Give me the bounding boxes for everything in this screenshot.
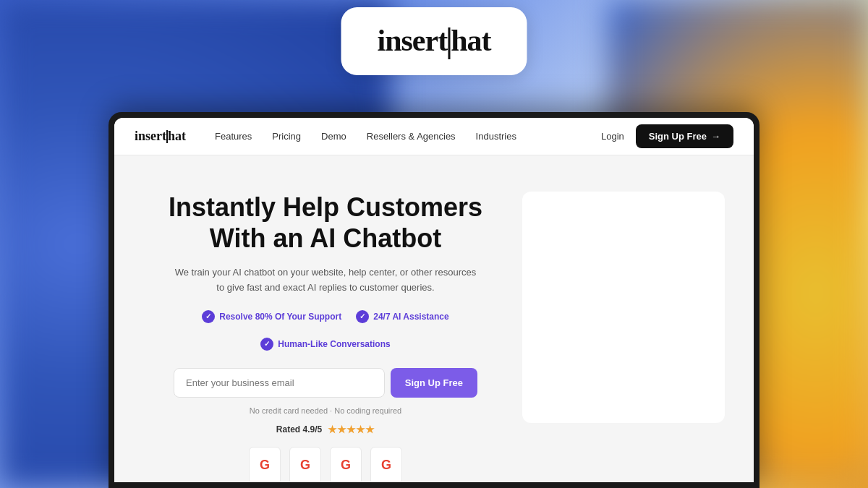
hero-chat-preview [522, 192, 725, 423]
hero-g2-logos: G G G G [143, 447, 508, 482]
logo-after: hat [451, 24, 490, 57]
nav-login-link[interactable]: Login [601, 131, 624, 142]
hero-title-line2: With an AI Chatbot [210, 223, 441, 253]
badge-text-2: 24/7 AI Assistance [373, 312, 449, 322]
rating-text: Rated 4.9/5 [276, 424, 322, 435]
hero-fine-print: No credit card needed · No coding requir… [143, 406, 508, 415]
g2-badge-2: G [289, 447, 321, 482]
badge-check-icon-3: ✓ [260, 338, 273, 351]
nav-logo-before: insert [135, 129, 166, 144]
badge-check-icon-1: ✓ [202, 310, 215, 323]
hero-badges: ✓ Resolve 80% Of Your Support ✓ 24/7 AI … [143, 310, 508, 351]
navbar: inserthat Features Pricing Demo Reseller… [114, 118, 754, 155]
nav-link-pricing[interactable]: Pricing [272, 131, 301, 142]
hero-title-line1: Instantly Help Customers [169, 192, 482, 222]
nav-logo-after: hat [168, 129, 186, 144]
email-input[interactable] [174, 368, 385, 398]
nav-links: Features Pricing Demo Resellers & Agenci… [215, 131, 601, 142]
device-frame: inserthat Features Pricing Demo Reseller… [109, 112, 760, 488]
hero-subtitle: We train your AI chatbot on your website… [174, 265, 477, 296]
nav-link-features[interactable]: Features [215, 131, 252, 142]
nav-signup-label: Sign Up Free [649, 131, 707, 142]
hero-badge-support: ✓ Resolve 80% Of Your Support [202, 310, 341, 323]
nav-signup-arrow: → [711, 131, 720, 142]
g2-badge-4: G [370, 447, 402, 482]
nav-actions: Login Sign Up Free → [601, 124, 733, 148]
hero-title: Instantly Help Customers With an AI Chat… [143, 192, 508, 254]
g2-badge-1: G [249, 447, 281, 482]
hero-form: Sign Up Free [174, 368, 477, 398]
logo-card: inserthat [341, 7, 527, 75]
logo-card-text: inserthat [377, 23, 490, 59]
logo-cursor-icon [448, 27, 450, 59]
hero-signup-button[interactable]: Sign Up Free [391, 368, 477, 398]
badge-text-3: Human-Like Conversations [278, 339, 390, 349]
rating-stars: ★★★★★ [328, 424, 375, 435]
nav-link-demo[interactable]: Demo [321, 131, 346, 142]
nav-link-resellers[interactable]: Resellers & Agencies [367, 131, 456, 142]
hero-section: Instantly Help Customers With an AI Chat… [114, 155, 754, 482]
nav-logo[interactable]: inserthat [135, 129, 186, 144]
hero-badge-assistance: ✓ 24/7 AI Assistance [356, 310, 449, 323]
badge-text-1: Resolve 80% Of Your Support [219, 312, 341, 322]
device-screen: inserthat Features Pricing Demo Reseller… [114, 118, 754, 482]
g2-badge-3: G [330, 447, 362, 482]
badge-check-icon-2: ✓ [356, 310, 369, 323]
hero-rating: Rated 4.9/5 ★★★★★ [143, 424, 508, 435]
hero-left: Instantly Help Customers With an AI Chat… [143, 192, 508, 482]
hero-badge-conversations: ✓ Human-Like Conversations [260, 338, 390, 351]
logo-before: insert [377, 24, 447, 57]
nav-signup-button[interactable]: Sign Up Free → [636, 124, 733, 148]
nav-link-industries[interactable]: Industries [476, 131, 516, 142]
